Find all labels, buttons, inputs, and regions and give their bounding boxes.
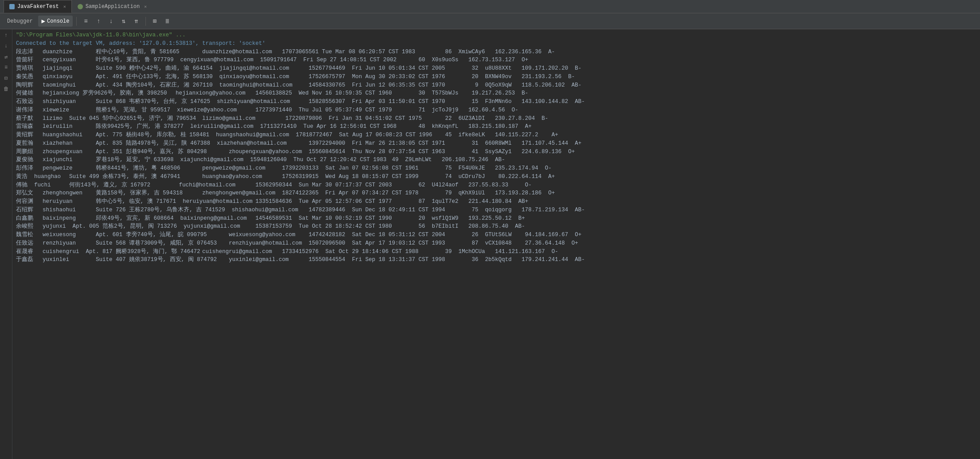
console-output[interactable]: "D:\Program Files\Java\jdk-11.0.8\bin\ja… <box>12 29 980 459</box>
toolbar-btn-up[interactable]: ↑ <box>93 16 104 27</box>
toolbar-btn-down[interactable]: ↓ <box>106 16 116 27</box>
console-line: 陶明辉 taominghui Apt. 434 陶旁104号, 石家庄, 湘 2… <box>16 81 976 90</box>
console-icon: ▶ <box>42 17 45 25</box>
console-line: 贾靖琪 jiajingqi Suite 590 赖中心42号, 曲靖, 渝 66… <box>16 64 976 73</box>
console-line: 雷瑞森 leiruilin 陈依99425号, 广州, 港 378277 lei… <box>16 123 976 131</box>
gutter-down-icon[interactable]: ↓ <box>2 42 11 51</box>
console-line: 石致远 shizhiyuan Suite 868 韦桥370号, 台州, 京 1… <box>16 98 976 106</box>
console-line: 何容渊 heruiyuan 韩中心5号, 临安, 澳 717671 heruiy… <box>16 198 976 206</box>
gutter-up-icon[interactable]: ↑ <box>2 31 11 40</box>
console-line: 周鹏烜 zhoupengxuan Apt. 351 彭巷940号, 嘉兴, 苏 … <box>16 148 976 156</box>
gutter-reload-icon[interactable]: ⇄ <box>2 52 11 61</box>
console-line: 黄绍辉 huangshaohui Apt. 775 杨街48号, 库尔勒, 桂 … <box>16 131 976 139</box>
upup-icon: ⇈ <box>134 17 138 25</box>
gutter-menu-icon[interactable]: ≡ <box>2 63 11 72</box>
console-line: Connected to the target VM, address: '12… <box>16 40 976 48</box>
toolbar-btn-grid[interactable]: ⊞ <box>149 16 160 27</box>
toolbar-btn-upup[interactable]: ⇈ <box>131 16 141 27</box>
console-line: 白鑫鹏 baixinpeng 邱依49号, 宜宾, 新 608664 baixi… <box>16 214 976 223</box>
console-line: 于鑫磊 yuxinlei Suite 407 姚依38719号, 西安, 闽 8… <box>16 256 976 264</box>
console-line: 蔡子默 lizimo Suite 045 邹中心92651号, 济宁, 湘 79… <box>16 115 976 123</box>
console-button[interactable]: ▶ Console <box>38 16 73 27</box>
console-line: 何健雄 hejianxiong 罗旁9626号, 胶南, 澳 398250 he… <box>16 89 976 98</box>
up-icon: ↑ <box>97 18 100 25</box>
console-line: 任致远 renzhiyuan Suite 568 谭巷73009号, 咸阳, 京… <box>16 239 976 248</box>
tab-javafakertest-label: JavaFakerTest <box>17 4 59 10</box>
list-icon: ≣ <box>165 17 169 25</box>
toolbar-btn-menu[interactable]: ≡ <box>80 16 91 27</box>
console-line: 郑弘文 zhenghongwen 黄路158号, 张家界, 吉 594318 z… <box>16 189 976 198</box>
console-line: 曾懿轩 cengyixuan 叶旁61号, 莱西, 鲁 977799 cengy… <box>16 56 976 64</box>
tab-sampleapplication-close[interactable]: ✕ <box>144 4 147 9</box>
gutter-trash-icon[interactable]: 🗑 <box>2 84 11 93</box>
console-line: 崔晟睿 cuishengrui Apt. 817 阙桥3928号, 海门, 鄂 … <box>16 248 976 256</box>
console-line: 秦笑愚 qinxiaoyu Apt. 491 任中心133号, 北海, 苏 56… <box>16 73 976 81</box>
console-line: 段志泽 duanzhize 程中心10号, 贵阳, 青 581665 duanz… <box>16 48 976 56</box>
toolbar: Debugger ▶ Console ≡ ↑ ↓ ⇅ ⇈ ⊞ ≣ <box>0 13 980 29</box>
debugger-button[interactable]: Debugger <box>4 16 36 26</box>
debug-icon <box>9 4 15 9</box>
gutter: ↑ ↓ ⇄ ≡ ⊡ 🗑 <box>0 29 12 459</box>
console-line: 彭伟泽 pengweize 韩桥8441号, 潍坊, 粤 468506 peng… <box>16 164 976 173</box>
toolbar-btn-list[interactable]: ≣ <box>162 16 172 27</box>
console-line: 夏哲瀚 xiazhehan Apt. 835 陆路4978号, 吴江, 陕 46… <box>16 139 976 148</box>
console-label: Console <box>47 18 69 24</box>
menu-icon: ≡ <box>84 18 87 25</box>
toolbar-separator-2 <box>145 17 146 26</box>
tab-sampleapplication-label: SampleApplication <box>86 4 140 10</box>
console-line: 夏俊驰 xiajunchi 罗巷18号, 延安, 宁 633698 xiajun… <box>16 156 976 164</box>
console-line: 石绍辉 shishaohui Suite 726 王栋2780号, 乌鲁木齐, … <box>16 206 976 214</box>
down-icon: ↓ <box>109 18 113 25</box>
console-line: 余峻熙 yujunxi Apt. 005 范栋2号, 昆明, 闽 713276 … <box>16 222 976 231</box>
tab-sampleapplication[interactable]: SampleApplication ✕ <box>72 0 153 13</box>
tab-bar: JavaFakerTest ✕ SampleApplication ✕ <box>0 0 980 13</box>
tab-javafakertest[interactable]: JavaFakerTest ✕ <box>4 0 72 13</box>
console-line: 魏雪松 weixuesong Apt. 601 李旁740号, 汕尾, 皖 09… <box>16 231 976 239</box>
console-line: 谢伟泽 xieweize 熊桥1号, 芜湖, 甘 959517 xieweize… <box>16 106 976 115</box>
console-line: "D:\Program Files\Java\jdk-11.0.8\bin\ja… <box>16 31 976 40</box>
updown-icon: ⇅ <box>122 17 125 25</box>
console-line: 黄浩 huanghao Suite 499 余栋73号, 泰州, 澳 46794… <box>16 173 976 181</box>
gutter-filter-icon[interactable]: ⊡ <box>2 74 11 83</box>
console-line: 傅驰 fuchi 何街143号, 遵义, 京 167972 fuchi@hotm… <box>16 181 976 190</box>
app-icon <box>78 4 83 9</box>
tab-javafakertest-close[interactable]: ✕ <box>63 4 66 9</box>
toolbar-btn-updown[interactable]: ⇅ <box>118 16 129 27</box>
toolbar-separator-1 <box>76 17 77 26</box>
debugger-label: Debugger <box>7 18 33 24</box>
console-area: ↑ ↓ ⇄ ≡ ⊡ 🗑 "D:\Program Files\Java\jdk-1… <box>0 29 980 459</box>
grid-icon: ⊞ <box>153 17 157 25</box>
